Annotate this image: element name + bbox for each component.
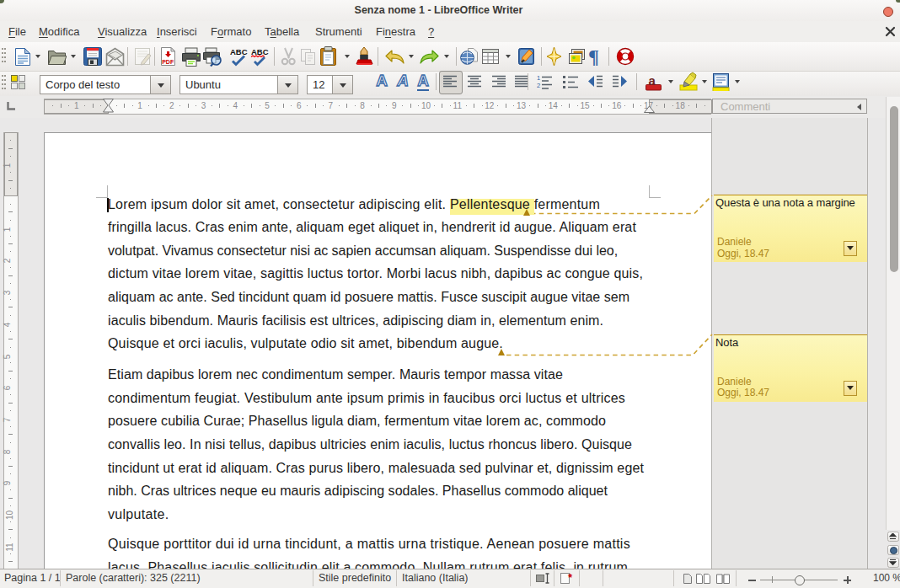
svg-text:PDF: PDF xyxy=(162,59,174,65)
svg-text:ABC: ABC xyxy=(251,47,269,56)
svg-text:*: * xyxy=(568,572,573,584)
svg-text:1: 1 xyxy=(537,74,540,82)
svg-text:¶: ¶ xyxy=(588,47,599,66)
svg-text:2: 2 xyxy=(537,82,540,89)
svg-text:ABC: ABC xyxy=(230,47,248,56)
svg-text:a: a xyxy=(649,73,656,88)
